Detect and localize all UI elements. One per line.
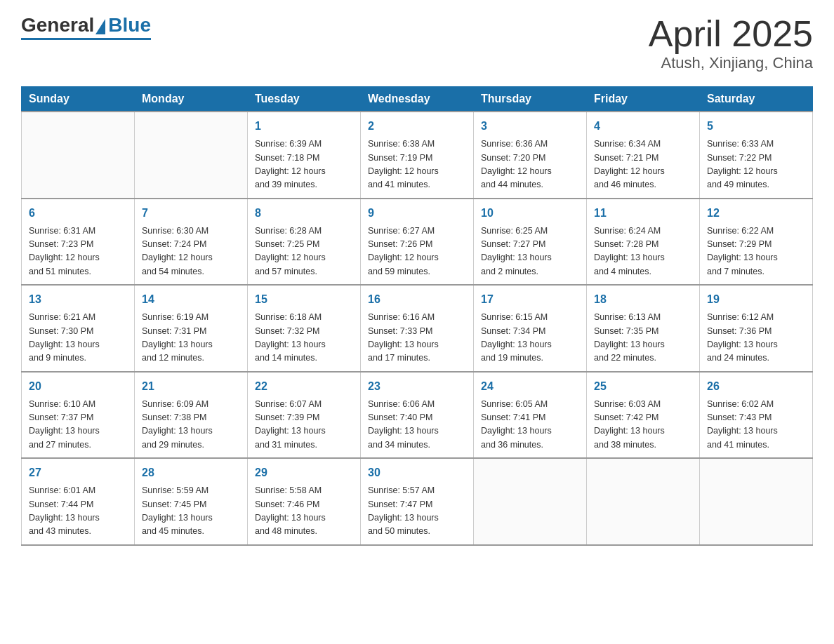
calendar-week-row: 27Sunrise: 6:01 AM Sunset: 7:44 PM Dayli… xyxy=(22,458,813,545)
day-info: Sunrise: 5:59 AM Sunset: 7:45 PM Dayligh… xyxy=(142,484,240,539)
day-info: Sunrise: 6:27 AM Sunset: 7:26 PM Dayligh… xyxy=(368,224,466,279)
day-number: 7 xyxy=(142,205,240,222)
day-info: Sunrise: 6:25 AM Sunset: 7:27 PM Dayligh… xyxy=(481,224,579,279)
day-number: 6 xyxy=(29,205,127,222)
calendar-table: SundayMondayTuesdayWednesdayThursdayFrid… xyxy=(21,86,813,546)
calendar-cell: 1Sunrise: 6:39 AM Sunset: 7:18 PM Daylig… xyxy=(248,112,361,199)
day-info: Sunrise: 6:30 AM Sunset: 7:24 PM Dayligh… xyxy=(142,224,240,279)
day-info: Sunrise: 6:01 AM Sunset: 7:44 PM Dayligh… xyxy=(29,484,127,539)
calendar-cell: 20Sunrise: 6:10 AM Sunset: 7:37 PM Dayli… xyxy=(22,372,135,459)
day-info: Sunrise: 6:18 AM Sunset: 7:32 PM Dayligh… xyxy=(255,311,353,365)
calendar-cell: 10Sunrise: 6:25 AM Sunset: 7:27 PM Dayli… xyxy=(474,199,587,286)
day-number: 5 xyxy=(707,118,805,135)
day-number: 2 xyxy=(368,118,466,135)
day-number: 1 xyxy=(255,118,353,135)
calendar-cell xyxy=(587,458,700,545)
day-number: 4 xyxy=(594,118,692,135)
calendar-cell: 6Sunrise: 6:31 AM Sunset: 7:23 PM Daylig… xyxy=(22,199,135,286)
day-number: 30 xyxy=(368,464,466,481)
day-info: Sunrise: 6:02 AM Sunset: 7:43 PM Dayligh… xyxy=(707,398,805,452)
calendar-header-thursday: Thursday xyxy=(474,87,587,112)
calendar-cell: 30Sunrise: 5:57 AM Sunset: 7:47 PM Dayli… xyxy=(361,458,474,545)
calendar-week-row: 6Sunrise: 6:31 AM Sunset: 7:23 PM Daylig… xyxy=(22,199,813,286)
calendar-cell xyxy=(135,112,248,199)
day-number: 26 xyxy=(707,378,805,395)
logo-blue-text: Blue xyxy=(108,14,151,36)
day-number: 24 xyxy=(481,378,579,395)
day-number: 14 xyxy=(142,291,240,308)
calendar-cell: 21Sunrise: 6:09 AM Sunset: 7:38 PM Dayli… xyxy=(135,372,248,459)
day-info: Sunrise: 6:07 AM Sunset: 7:39 PM Dayligh… xyxy=(255,398,353,452)
calendar-cell: 26Sunrise: 6:02 AM Sunset: 7:43 PM Dayli… xyxy=(700,372,813,459)
day-number: 19 xyxy=(707,291,805,308)
calendar-cell: 9Sunrise: 6:27 AM Sunset: 7:26 PM Daylig… xyxy=(361,199,474,286)
page-header: General Blue April 2025 Atush, Xinjiang,… xyxy=(21,14,813,72)
day-info: Sunrise: 6:21 AM Sunset: 7:30 PM Dayligh… xyxy=(29,311,127,365)
day-info: Sunrise: 6:28 AM Sunset: 7:25 PM Dayligh… xyxy=(255,224,353,279)
day-number: 3 xyxy=(481,118,579,135)
calendar-cell: 2Sunrise: 6:38 AM Sunset: 7:19 PM Daylig… xyxy=(361,112,474,199)
day-info: Sunrise: 6:33 AM Sunset: 7:22 PM Dayligh… xyxy=(707,137,805,192)
calendar-week-row: 1Sunrise: 6:39 AM Sunset: 7:18 PM Daylig… xyxy=(22,112,813,199)
logo-underline xyxy=(21,38,151,40)
day-number: 17 xyxy=(481,291,579,308)
calendar-cell: 25Sunrise: 6:03 AM Sunset: 7:42 PM Dayli… xyxy=(587,372,700,459)
day-number: 28 xyxy=(142,464,240,481)
day-info: Sunrise: 6:15 AM Sunset: 7:34 PM Dayligh… xyxy=(481,311,579,365)
day-number: 29 xyxy=(255,464,353,481)
calendar-cell: 11Sunrise: 6:24 AM Sunset: 7:28 PM Dayli… xyxy=(587,199,700,286)
month-title: April 2025 xyxy=(649,14,813,54)
day-info: Sunrise: 6:24 AM Sunset: 7:28 PM Dayligh… xyxy=(594,224,692,279)
logo-triangle-icon xyxy=(95,19,105,34)
day-number: 16 xyxy=(368,291,466,308)
day-info: Sunrise: 6:31 AM Sunset: 7:23 PM Dayligh… xyxy=(29,224,127,279)
day-number: 21 xyxy=(142,378,240,395)
calendar-cell: 8Sunrise: 6:28 AM Sunset: 7:25 PM Daylig… xyxy=(248,199,361,286)
calendar-cell: 23Sunrise: 6:06 AM Sunset: 7:40 PM Dayli… xyxy=(361,372,474,459)
calendar-cell xyxy=(474,458,587,545)
calendar-cell: 22Sunrise: 6:07 AM Sunset: 7:39 PM Dayli… xyxy=(248,372,361,459)
day-number: 11 xyxy=(594,205,692,222)
day-info: Sunrise: 6:38 AM Sunset: 7:19 PM Dayligh… xyxy=(368,137,466,192)
calendar-header-sunday: Sunday xyxy=(22,87,135,112)
day-info: Sunrise: 5:57 AM Sunset: 7:47 PM Dayligh… xyxy=(368,484,466,539)
day-number: 9 xyxy=(368,205,466,222)
calendar-cell: 27Sunrise: 6:01 AM Sunset: 7:44 PM Dayli… xyxy=(22,458,135,545)
calendar-header-friday: Friday xyxy=(587,87,700,112)
day-info: Sunrise: 6:34 AM Sunset: 7:21 PM Dayligh… xyxy=(594,137,692,192)
day-info: Sunrise: 6:12 AM Sunset: 7:36 PM Dayligh… xyxy=(707,311,805,365)
calendar-cell xyxy=(700,458,813,545)
day-number: 25 xyxy=(594,378,692,395)
calendar-cell: 13Sunrise: 6:21 AM Sunset: 7:30 PM Dayli… xyxy=(22,285,135,372)
day-number: 20 xyxy=(29,378,127,395)
calendar-header-saturday: Saturday xyxy=(700,87,813,112)
calendar-cell: 19Sunrise: 6:12 AM Sunset: 7:36 PM Dayli… xyxy=(700,285,813,372)
day-number: 15 xyxy=(255,291,353,308)
day-number: 22 xyxy=(255,378,353,395)
calendar-cell: 15Sunrise: 6:18 AM Sunset: 7:32 PM Dayli… xyxy=(248,285,361,372)
calendar-cell: 17Sunrise: 6:15 AM Sunset: 7:34 PM Dayli… xyxy=(474,285,587,372)
calendar-cell: 4Sunrise: 6:34 AM Sunset: 7:21 PM Daylig… xyxy=(587,112,700,199)
day-info: Sunrise: 6:19 AM Sunset: 7:31 PM Dayligh… xyxy=(142,311,240,365)
calendar-cell: 5Sunrise: 6:33 AM Sunset: 7:22 PM Daylig… xyxy=(700,112,813,199)
calendar-cell: 16Sunrise: 6:16 AM Sunset: 7:33 PM Dayli… xyxy=(361,285,474,372)
calendar-week-row: 13Sunrise: 6:21 AM Sunset: 7:30 PM Dayli… xyxy=(22,285,813,372)
calendar-cell: 18Sunrise: 6:13 AM Sunset: 7:35 PM Dayli… xyxy=(587,285,700,372)
location-title: Atush, Xinjiang, China xyxy=(649,54,813,72)
day-number: 27 xyxy=(29,464,127,481)
calendar-header-tuesday: Tuesday xyxy=(248,87,361,112)
logo: General Blue xyxy=(21,14,151,40)
calendar-header-monday: Monday xyxy=(135,87,248,112)
day-number: 10 xyxy=(481,205,579,222)
calendar-cell: 28Sunrise: 5:59 AM Sunset: 7:45 PM Dayli… xyxy=(135,458,248,545)
day-info: Sunrise: 6:39 AM Sunset: 7:18 PM Dayligh… xyxy=(255,137,353,192)
day-info: Sunrise: 6:06 AM Sunset: 7:40 PM Dayligh… xyxy=(368,398,466,452)
day-info: Sunrise: 6:05 AM Sunset: 7:41 PM Dayligh… xyxy=(481,398,579,452)
day-info: Sunrise: 6:09 AM Sunset: 7:38 PM Dayligh… xyxy=(142,398,240,452)
day-info: Sunrise: 6:16 AM Sunset: 7:33 PM Dayligh… xyxy=(368,311,466,365)
calendar-cell: 29Sunrise: 5:58 AM Sunset: 7:46 PM Dayli… xyxy=(248,458,361,545)
calendar-cell xyxy=(22,112,135,199)
calendar-header-wednesday: Wednesday xyxy=(361,87,474,112)
day-number: 23 xyxy=(368,378,466,395)
calendar-cell: 14Sunrise: 6:19 AM Sunset: 7:31 PM Dayli… xyxy=(135,285,248,372)
